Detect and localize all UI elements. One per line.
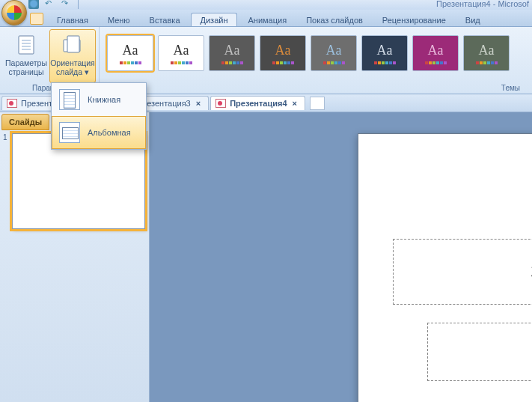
close-icon[interactable]: ×	[291, 99, 299, 108]
orientation-portrait[interactable]: Книжная	[52, 83, 146, 116]
ribbon-tabs: Главная Меню Вставка Дизайн Анимация Пок…	[0, 10, 532, 27]
group-themes-label: Темы	[103, 84, 529, 93]
theme-preview-text: Aa	[123, 43, 138, 58]
tab-menu[interactable]: Меню	[99, 13, 139, 26]
theme-colors	[120, 61, 141, 64]
tab-design[interactable]: Дизайн	[191, 13, 238, 26]
theme-0[interactable]: Aa	[107, 35, 153, 71]
tab-insert[interactable]: Вставка	[141, 13, 189, 26]
page-setup-icon	[14, 33, 38, 57]
save-icon[interactable]	[28, 0, 39, 9]
theme-colors	[221, 61, 243, 64]
theme-2[interactable]: Aa	[209, 35, 255, 71]
workspace: Слайды 1 Заго Подз	[0, 112, 532, 402]
subtitle-placeholder[interactable]: Подз	[427, 323, 532, 381]
group-themes: AaAaAaAaAaAaAaAa Темы	[100, 27, 532, 94]
orientation-button[interactable]: Ориентация слайда ▾	[49, 29, 96, 83]
theme-5[interactable]: Aa	[361, 35, 408, 71]
tab-animation[interactable]: Анимация	[239, 13, 296, 26]
theme-preview-text: Aa	[174, 43, 189, 58]
doc-tab-4[interactable]: Презентация4×	[210, 96, 305, 110]
slides-tab[interactable]: Слайды	[1, 114, 49, 130]
theme-preview-text: Aa	[479, 43, 495, 58]
theme-colors	[323, 61, 345, 64]
landscape-icon	[59, 122, 80, 143]
slides-panel: Слайды 1	[0, 112, 150, 402]
theme-colors	[374, 61, 396, 64]
slide-canvas: Заго Подз	[150, 112, 532, 402]
orientation-landscape[interactable]: Альбомная	[52, 116, 146, 149]
theme-preview-text: Aa	[224, 43, 240, 58]
orientation-icon	[61, 33, 85, 57]
theme-colors	[171, 61, 192, 64]
tab-slideshow[interactable]: Показ слайдов	[297, 13, 372, 26]
title-placeholder[interactable]: Заго	[393, 239, 532, 305]
theme-colors	[476, 61, 498, 64]
tab-review[interactable]: Рецензирование	[373, 13, 455, 26]
theme-preview-text: Aa	[377, 43, 393, 58]
orientation-label: Ориентация слайда ▾	[50, 58, 95, 76]
tab-home[interactable]: Главная	[48, 13, 97, 26]
theme-colors	[425, 61, 447, 64]
orientation-dropdown: Книжная Альбомная	[51, 82, 147, 150]
new-document-button[interactable]	[310, 97, 325, 110]
theme-1[interactable]: Aa	[158, 35, 204, 71]
slide[interactable]: Заго Подз	[358, 133, 532, 402]
tab-addin[interactable]	[30, 13, 43, 25]
theme-preview-text: Aa	[428, 43, 444, 58]
theme-colors	[272, 61, 294, 64]
theme-4[interactable]: Aa	[311, 35, 357, 71]
presentation-icon	[215, 99, 226, 108]
slide-number: 1	[3, 133, 9, 229]
theme-preview-text: Aa	[326, 43, 342, 58]
qat-more-icon[interactable]	[78, 0, 79, 9]
page-setup-label: Параметры страницы	[5, 58, 47, 76]
window-title: Презентация4 - Microsof	[436, 0, 529, 8]
svg-rect-6	[67, 36, 79, 52]
redo-icon[interactable]: ↷	[61, 0, 72, 9]
office-button[interactable]	[1, 0, 27, 25]
undo-icon[interactable]: ↶	[45, 0, 55, 9]
page-setup-button[interactable]: Параметры страницы	[3, 29, 49, 83]
theme-7[interactable]: Aa	[463, 35, 510, 71]
quick-access-toolbar: ↶ ↷	[28, 0, 79, 9]
portrait-icon	[59, 89, 80, 110]
theme-preview-text: Aa	[275, 43, 291, 58]
svg-rect-0	[19, 36, 34, 54]
title-bar: ↶ ↷ Презентация4 - Microsof	[0, 0, 532, 10]
presentation-icon	[7, 99, 17, 108]
tab-view[interactable]: Вид	[456, 13, 489, 26]
theme-3[interactable]: Aa	[260, 35, 306, 71]
theme-6[interactable]: Aa	[412, 35, 459, 71]
close-icon[interactable]: ×	[195, 99, 202, 108]
